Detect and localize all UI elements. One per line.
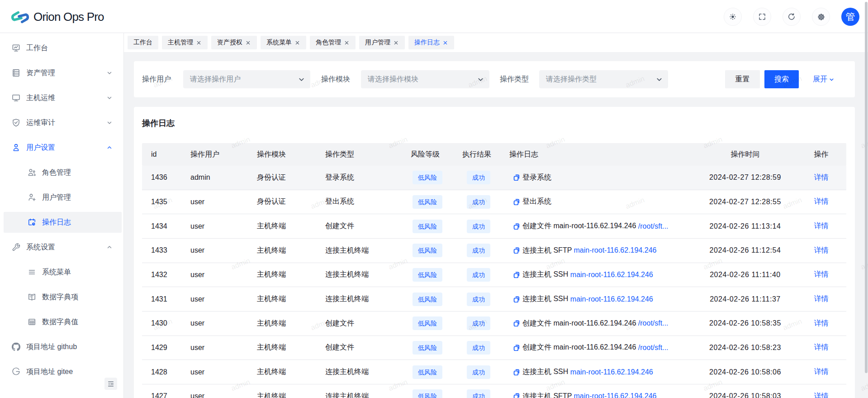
log-link[interactable]: main-root-116.62.194.246 <box>574 392 657 398</box>
theme-toggle-button[interactable] <box>724 8 742 26</box>
tab-asset-auth[interactable]: 资产授权 <box>211 36 257 49</box>
detail-link[interactable]: 详情 <box>814 222 829 230</box>
copy-icon[interactable] <box>513 199 520 205</box>
copy-icon[interactable] <box>513 247 520 254</box>
copy-icon[interactable] <box>513 223 520 230</box>
sidebar-item-dict-value[interactable]: 数据字典值 <box>4 312 122 332</box>
tab-host-management[interactable]: 主机管理 <box>162 36 208 49</box>
tab-role-management[interactable]: 角色管理 <box>310 36 356 49</box>
log-link[interactable]: /root/sft... <box>638 344 669 352</box>
cell-id: 1431 <box>142 295 181 303</box>
fullscreen-button[interactable] <box>753 8 771 26</box>
log-link[interactable]: /root/sft... <box>638 319 669 327</box>
logo-icon <box>10 10 30 24</box>
log-link[interactable]: main-root-116.62.194.246 <box>570 368 653 376</box>
cell-type: 创建文件 <box>316 343 402 352</box>
sidebar-item-role-management[interactable]: 角色管理 <box>4 162 122 183</box>
tab-user-management[interactable]: 用户管理 <box>359 36 405 49</box>
sidebar-item-user-settings[interactable]: 用户设置 <box>4 137 122 158</box>
sidebar-item-asset-management[interactable]: 资产管理 <box>4 62 122 83</box>
chevron-down-icon <box>828 76 835 83</box>
host-icon <box>12 94 20 102</box>
sidebar-item-workbench[interactable]: 工作台 <box>4 38 122 58</box>
search-button[interactable]: 搜索 <box>764 70 799 88</box>
result-badge: 成功 <box>467 195 490 209</box>
select-op-module[interactable]: 请选择操作模块 <box>361 70 489 88</box>
copy-icon[interactable] <box>513 369 520 375</box>
tab-workbench[interactable]: 工作台 <box>128 36 158 49</box>
tab-operation-log[interactable]: 操作日志 <box>408 36 454 49</box>
log-link[interactable]: main-root-116.62.194.246 <box>574 246 657 254</box>
copy-icon[interactable] <box>513 174 520 181</box>
sidebar-item-label: 主机运维 <box>26 93 55 103</box>
sidebar-item-gitee-link[interactable]: 项目地址 gitee <box>4 361 122 382</box>
table-row: 1430user主机终端创建文件低风险成功创建文件 main-root-116.… <box>142 312 846 336</box>
select-op-user[interactable]: 请选择操作用户 <box>183 70 310 88</box>
sidebar-item-system-menu[interactable]: 系统菜单 <box>4 262 122 283</box>
tab-system-menu[interactable]: 系统菜单 <box>261 36 306 49</box>
copy-icon[interactable] <box>513 345 520 351</box>
cell-time: 2024-02-26 11:11:40 <box>694 271 796 279</box>
refresh-button[interactable] <box>783 8 801 26</box>
close-icon[interactable] <box>442 39 448 46</box>
copy-icon[interactable] <box>513 320 520 326</box>
cell-result: 成功 <box>453 268 500 282</box>
detail-link[interactable]: 详情 <box>814 197 829 205</box>
cell-user: user <box>181 368 248 376</box>
sidebar-item-host-ops[interactable]: 主机运维 <box>4 87 122 108</box>
detail-link[interactable]: 详情 <box>814 173 829 181</box>
sidebar-item-dict-item[interactable]: 数据字典项 <box>4 287 122 307</box>
menu-fold-icon <box>107 380 114 388</box>
sidebar-item-github-link[interactable]: 项目地址 github <box>4 336 122 357</box>
avatar[interactable]: 管 <box>841 8 859 26</box>
close-icon[interactable] <box>343 39 350 46</box>
expand-toggle[interactable]: 展开 <box>813 61 835 97</box>
detail-link[interactable]: 详情 <box>814 343 829 351</box>
cell-action: 详情 <box>796 319 846 328</box>
user-icon <box>12 144 20 152</box>
reset-button[interactable]: 重置 <box>725 70 760 88</box>
tab-label: 工作台 <box>133 38 152 47</box>
cell-module: 主机终端 <box>248 392 316 398</box>
detail-link[interactable]: 详情 <box>814 246 829 254</box>
cell-log: 登出系统 <box>500 197 694 206</box>
detail-link[interactable]: 详情 <box>814 295 829 302</box>
sidebar-item-ops-audit[interactable]: 运维审计 <box>4 112 122 133</box>
cell-id: 1432 <box>142 271 181 279</box>
close-icon[interactable] <box>294 39 300 46</box>
copy-icon[interactable] <box>513 272 520 278</box>
result-badge: 成功 <box>467 316 490 330</box>
risk-badge: 低风险 <box>413 365 442 379</box>
column-header: 执行结果 <box>453 150 500 159</box>
detail-link[interactable]: 详情 <box>814 270 829 278</box>
cell-module: 身份认证 <box>248 197 316 206</box>
scrollbar-thumb[interactable] <box>865 2 868 373</box>
copy-icon[interactable] <box>513 393 520 398</box>
copy-icon[interactable] <box>513 296 520 302</box>
sidebar-item-label: 项目地址 gitee <box>26 367 73 377</box>
close-icon[interactable] <box>195 39 202 46</box>
log-link[interactable]: main-root-116.62.194.246 <box>570 271 653 279</box>
roles-icon <box>28 168 36 177</box>
detail-link[interactable]: 详情 <box>814 319 829 327</box>
detail-link[interactable]: 详情 <box>814 368 829 375</box>
cell-risk: 低风险 <box>402 220 453 233</box>
cell-risk: 低风险 <box>402 293 453 306</box>
risk-badge: 低风险 <box>413 293 442 306</box>
sidebar-item-system-settings[interactable]: 系统设置 <box>4 237 122 258</box>
sidebar-item-operation-log[interactable]: 操作日志 <box>4 212 122 233</box>
filter-label-op-type: 操作类型 <box>500 61 529 97</box>
settings-button[interactable] <box>812 8 830 26</box>
sidebar-item-label: 工作台 <box>26 43 48 53</box>
close-icon[interactable] <box>245 39 251 46</box>
close-icon[interactable] <box>393 39 399 46</box>
sidebar-collapse-button[interactable] <box>104 378 117 390</box>
log-text: 创建文件 main-root-116.62.194.246 <box>522 319 638 328</box>
select-op-type[interactable]: 请选择操作类型 <box>539 70 668 88</box>
cell-risk: 低风险 <box>402 341 453 355</box>
sidebar-item-user-management[interactable]: 用户管理 <box>4 187 122 208</box>
log-link[interactable]: main-root-116.62.194.246 <box>570 295 653 303</box>
detail-link[interactable]: 详情 <box>814 392 829 398</box>
log-link[interactable]: /root/sft... <box>638 222 669 230</box>
column-header: 操作日志 <box>500 150 694 159</box>
